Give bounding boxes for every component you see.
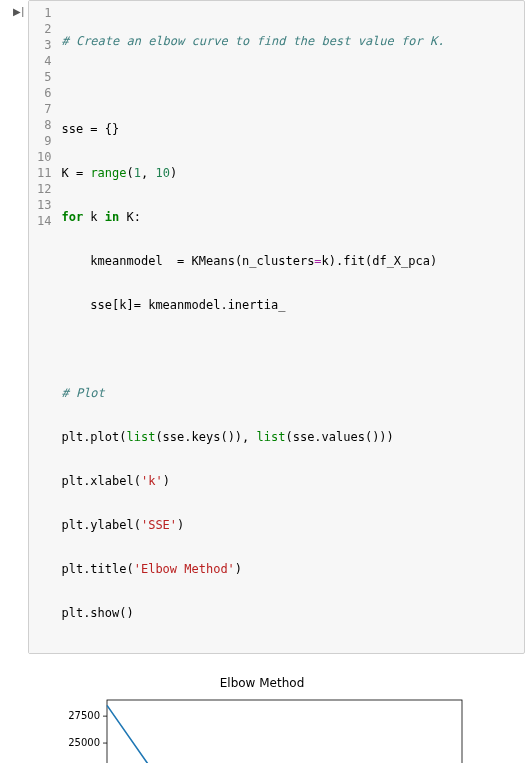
chart-svg: 1000012500150001750020000225002500027500… bbox=[52, 692, 472, 763]
chart-title: Elbow Method bbox=[52, 676, 472, 690]
code-body[interactable]: # Create an elbow curve to find the best… bbox=[57, 1, 524, 653]
code-input-1[interactable]: 1234567891011121314 # Create an elbow cu… bbox=[28, 0, 525, 654]
line-gutter: 1234567891011121314 bbox=[29, 1, 57, 653]
svg-text:27500: 27500 bbox=[68, 710, 100, 721]
svg-rect-0 bbox=[107, 700, 462, 763]
run-icon[interactable]: ▶| bbox=[13, 6, 24, 17]
svg-text:25000: 25000 bbox=[68, 737, 100, 748]
cell-1-output: Elbow Method 100001250015000175002000022… bbox=[28, 666, 525, 763]
elbow-chart: Elbow Method 100001250015000175002000022… bbox=[52, 676, 472, 763]
cell-prompt[interactable]: ▶| bbox=[0, 0, 28, 654]
code-cell-1: ▶| 1234567891011121314 # Create an elbow… bbox=[0, 0, 525, 654]
